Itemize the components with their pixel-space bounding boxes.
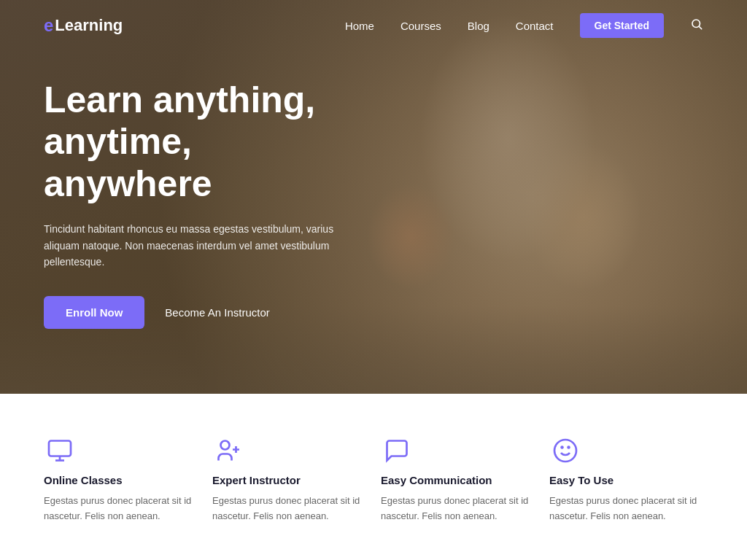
svg-line-1 [699, 26, 701, 28]
feature-title-communication: Easy Communication [381, 474, 535, 486]
get-started-button[interactable]: Get Started [580, 13, 664, 38]
main-nav: e Learning Home Courses Blog Contact Get… [0, 0, 747, 51]
nav-courses[interactable]: Courses [400, 20, 441, 32]
nav-links: Home Courses Blog Contact Get Started [345, 13, 703, 38]
easy-to-use-icon [549, 435, 581, 467]
feature-desc-communication: Egestas purus donec placerat sit id nasc… [381, 494, 535, 524]
feature-expert-instructor: Expert Instructor Egestas purus donec pl… [212, 435, 366, 524]
logo-letter: e [44, 15, 53, 36]
svg-rect-2 [49, 441, 71, 456]
hero-actions: Enroll Now Become An Instructor [44, 296, 367, 329]
features-section: Online Classes Egestas purus donec place… [0, 394, 747, 553]
feature-title-instructor: Expert Instructor [212, 474, 366, 486]
feature-title-easy: Easy To Use [549, 474, 703, 486]
hero-content: Learn anything,anytime, anywhere Tincidu… [0, 0, 411, 394]
expert-instructor-icon [212, 435, 244, 467]
nav-blog[interactable]: Blog [468, 20, 489, 32]
logo: e Learning [44, 15, 123, 36]
search-icon[interactable] [690, 18, 703, 34]
feature-online-classes: Online Classes Egestas purus donec place… [44, 435, 198, 524]
hero-section: e Learning Home Courses Blog Contact Get… [0, 0, 747, 394]
online-classes-icon [44, 435, 76, 467]
feature-desc-instructor: Egestas purus donec placerat sit id nasc… [212, 494, 366, 524]
logo-text: Learning [55, 16, 123, 35]
enroll-now-button[interactable]: Enroll Now [44, 296, 144, 329]
easy-communication-icon [381, 435, 413, 467]
feature-desc-online: Egestas purus donec placerat sit id nasc… [44, 494, 198, 524]
hero-title: Learn anything,anytime, anywhere [44, 79, 367, 206]
become-instructor-button[interactable]: Become An Instructor [165, 306, 269, 319]
svg-point-6 [554, 440, 576, 462]
svg-point-5 [221, 441, 230, 450]
feature-easy-to-use: Easy To Use Egestas purus donec placerat… [549, 435, 703, 524]
feature-easy-communication: Easy Communication Egestas purus donec p… [381, 435, 535, 524]
nav-home[interactable]: Home [345, 20, 374, 32]
nav-contact[interactable]: Contact [516, 20, 554, 32]
hero-subtitle: Tincidunt habitant rhoncus eu massa eges… [44, 221, 367, 270]
feature-desc-easy: Egestas purus donec placerat sit id nasc… [549, 494, 703, 524]
feature-title-online: Online Classes [44, 474, 198, 486]
